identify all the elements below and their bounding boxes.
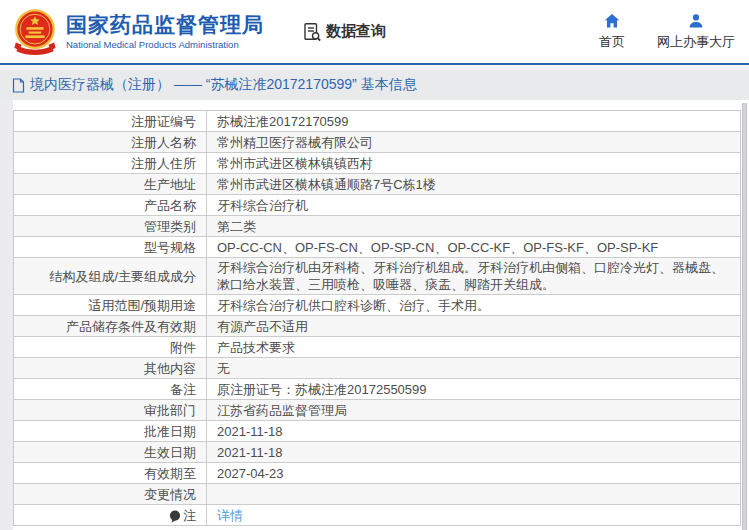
table-row: 适用范围/预期用途 牙科综合治疗机供口腔科诊断、治疗、手术用。 — [14, 295, 740, 316]
row-value: 2021-11-18 — [207, 442, 740, 462]
row-value: 第二类 — [207, 216, 740, 236]
data-query-section[interactable]: 数据查询 — [302, 22, 386, 42]
site-header: 国家药品监督管理局 National Medical Products Admi… — [0, 0, 749, 63]
details-link[interactable]: 详情 — [217, 507, 243, 524]
row-label: 变更情况 — [14, 484, 207, 504]
row-label: 产品名称 — [14, 195, 207, 215]
data-query-doc-search-icon — [302, 22, 322, 42]
row-value: 2021-11-18 — [207, 421, 740, 441]
row-value: 2027-04-23 — [207, 463, 740, 483]
agency-name-en: National Medical Products Administration — [66, 38, 264, 51]
table-row: 产品储存条件及有效期 有源产品不适用 — [14, 316, 740, 337]
row-label: 型号规格 — [14, 237, 207, 257]
row-value: 江苏省药品监督管理局 — [207, 400, 740, 420]
registration-info-table: 注册证编号 苏械注准20172170599 注册人名称 常州精卫医疗器械有限公司… — [13, 110, 741, 526]
table-row: 生效日期 2021-11-18 — [14, 442, 740, 463]
nav-online-service-hall-label: 网上办事大厅 — [657, 33, 735, 51]
row-label: 注册证编号 — [14, 111, 207, 131]
table-row: 变更情况 — [14, 484, 740, 505]
table-row: 产品名称 牙科综合治疗机 — [14, 195, 740, 216]
row-label: 注册人名称 — [14, 132, 207, 152]
row-label-text: 注 — [183, 507, 196, 524]
home-icon — [604, 13, 620, 29]
table-row: 注册人住所 常州市武进区横林镇镇西村 — [14, 153, 740, 174]
row-label: 附件 — [14, 337, 207, 357]
row-value: 常州精卫医疗器械有限公司 — [207, 132, 740, 152]
row-value: 常州市武进区横林镇通顺路7号C栋1楼 — [207, 174, 740, 194]
vertical-scrollbar[interactable] — [742, 103, 747, 530]
row-value: 牙科综合治疗机供口腔科诊断、治疗、手术用。 — [207, 295, 740, 315]
page-title: 境内医疗器械（注册） —— “苏械注准20172170599” 基本信息 — [30, 76, 417, 94]
user-icon — [688, 13, 704, 29]
table-row: 其他内容 无 — [14, 358, 740, 379]
table-row: 结构及组成/主要组成成分 牙科综合治疗机由牙科椅、牙科治疗机组成。牙科治疗机由侧… — [14, 258, 740, 295]
left-margin-strip — [0, 100, 13, 530]
table-row: 型号规格 OP-CC-CN、OP-FS-CN、OP-SP-CN、OP-CC-KF… — [14, 237, 740, 258]
table-row: 管理类别 第二类 — [14, 216, 740, 237]
data-query-label: 数据查询 — [326, 22, 386, 41]
document-icon — [12, 78, 25, 93]
agency-title-block: 国家药品监督管理局 National Medical Products Admi… — [66, 13, 264, 51]
row-value: 有源产品不适用 — [207, 316, 740, 336]
row-label: 有效期至 — [14, 463, 207, 483]
table-wrap: 注册证编号 苏械注准20172170599 注册人名称 常州精卫医疗器械有限公司… — [13, 110, 741, 526]
row-label: 生效日期 — [14, 442, 207, 462]
row-value: 牙科综合治疗机由牙科椅、牙科治疗机组成。牙科治疗机由侧箱、口腔冷光灯、器械盘、漱… — [207, 258, 740, 294]
nav-home-label: 首页 — [599, 33, 625, 51]
table-row-note: 注 详情 — [14, 505, 740, 526]
row-label: 备注 — [14, 379, 207, 399]
table-row: 有效期至 2027-04-23 — [14, 463, 740, 484]
row-value: OP-CC-CN、OP-FS-CN、OP-SP-CN、OP-CC-KF、OP-F… — [207, 237, 740, 257]
table-row: 备注 原注册证号：苏械注准20172550599 — [14, 379, 740, 400]
content-area: 境内医疗器械（注册） —— “苏械注准20172170599” 基本信息 注册证… — [0, 65, 749, 530]
row-value: 苏械注准20172170599 — [207, 111, 740, 131]
table-row: 附件 产品技术要求 — [14, 337, 740, 358]
row-label: 注 — [14, 505, 207, 525]
table-row: 批准日期 2021-11-18 — [14, 421, 740, 442]
row-label: 批准日期 — [14, 421, 207, 441]
row-label: 结构及组成/主要组成成分 — [14, 258, 207, 294]
table-row: 审批部门 江苏省药品监督管理局 — [14, 400, 740, 421]
nmpa-emblem-logo — [12, 8, 58, 56]
agency-name-cn: 国家药品监督管理局 — [66, 13, 264, 37]
row-label: 生产地址 — [14, 174, 207, 194]
top-nav: 首页 网上办事大厅 — [599, 13, 735, 51]
row-label: 其他内容 — [14, 358, 207, 378]
row-value — [207, 484, 740, 504]
row-label: 注册人住所 — [14, 153, 207, 173]
row-value: 常州市武进区横林镇镇西村 — [207, 153, 740, 173]
row-value: 详情 — [207, 505, 740, 525]
row-label: 产品储存条件及有效期 — [14, 316, 207, 336]
comment-icon — [169, 510, 181, 523]
table-row: 生产地址 常州市武进区横林镇通顺路7号C栋1楼 — [14, 174, 740, 195]
page: 国家药品监督管理局 National Medical Products Admi… — [0, 0, 749, 530]
row-label: 管理类别 — [14, 216, 207, 236]
table-row: 注册人名称 常州精卫医疗器械有限公司 — [14, 132, 740, 153]
row-value: 产品技术要求 — [207, 337, 740, 357]
row-value: 无 — [207, 358, 740, 378]
nav-home[interactable]: 首页 — [599, 13, 625, 51]
page-title-bar: 境内医疗器械（注册） —— “苏械注准20172170599” 基本信息 — [0, 70, 749, 100]
row-label: 适用范围/预期用途 — [14, 295, 207, 315]
row-value: 原注册证号：苏械注准20172550599 — [207, 379, 740, 399]
row-label: 审批部门 — [14, 400, 207, 420]
table-row: 注册证编号 苏械注准20172170599 — [14, 111, 740, 132]
row-value: 牙科综合治疗机 — [207, 195, 740, 215]
nav-online-service-hall[interactable]: 网上办事大厅 — [657, 13, 735, 51]
